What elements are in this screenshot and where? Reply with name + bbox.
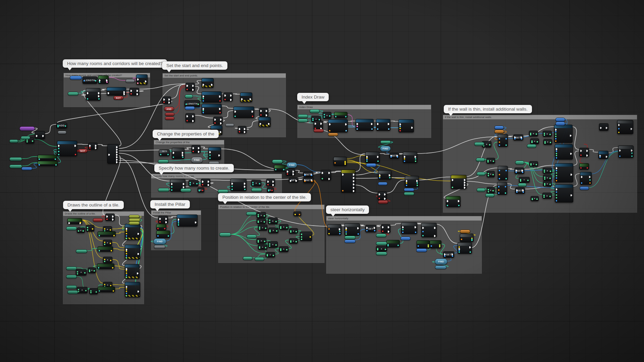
tooltip-text: Index Draw <box>302 95 324 100</box>
comment-tooltip: Install the Pillar <box>150 200 190 208</box>
tooltip-tail <box>448 113 453 116</box>
comment-tooltip: Position in relation to the center of th… <box>218 193 311 201</box>
tooltip-tail <box>155 208 160 211</box>
comment-tooltip: steer horizontally <box>326 205 369 214</box>
tooltip-text: Position in relation to the center of th… <box>222 195 307 200</box>
tooltip-tail <box>167 69 171 72</box>
tooltip-text: If the wall is thin, install additional … <box>448 107 528 112</box>
tooltip-text: Install the Pillar <box>155 202 185 207</box>
blueprint-graph-canvas[interactable]: How many rooms and corridors will be cre… <box>0 0 644 362</box>
tooltip-text: steer horizontally <box>330 207 365 212</box>
tooltip-tail <box>302 101 307 104</box>
comment-tooltip: Set the start and end points. <box>162 61 227 70</box>
tooltip-tail <box>68 209 72 212</box>
comment-tooltip: Draws the outline of a tile. <box>63 201 124 209</box>
comment-tooltip: Change the properties of the <box>153 130 219 138</box>
tooltip-text: Change the properties of the <box>157 131 214 136</box>
comment-tooltip: Specify how many rooms to create. <box>154 164 234 172</box>
comment-tooltip: Index Draw <box>297 93 329 101</box>
tooltip-text: Specify how many rooms to create. <box>159 166 229 171</box>
tooltip-tail <box>223 201 227 204</box>
tooltip-tail <box>331 214 335 217</box>
tooltip-tail <box>159 172 164 175</box>
tooltip-text: How many rooms and corridors will be cre… <box>67 61 163 66</box>
tooltip-tail <box>67 67 72 70</box>
comment-tooltip: If the wall is thin, install additional … <box>444 105 532 113</box>
tooltip-tail <box>157 138 162 141</box>
comment-tooltip: How many rooms and corridors will be cre… <box>63 59 167 68</box>
tooltip-layer: How many rooms and corridors will be cre… <box>0 0 644 362</box>
tooltip-text: Set the start and end points. <box>166 63 223 68</box>
tooltip-text: Draws the outline of a tile. <box>67 202 119 207</box>
